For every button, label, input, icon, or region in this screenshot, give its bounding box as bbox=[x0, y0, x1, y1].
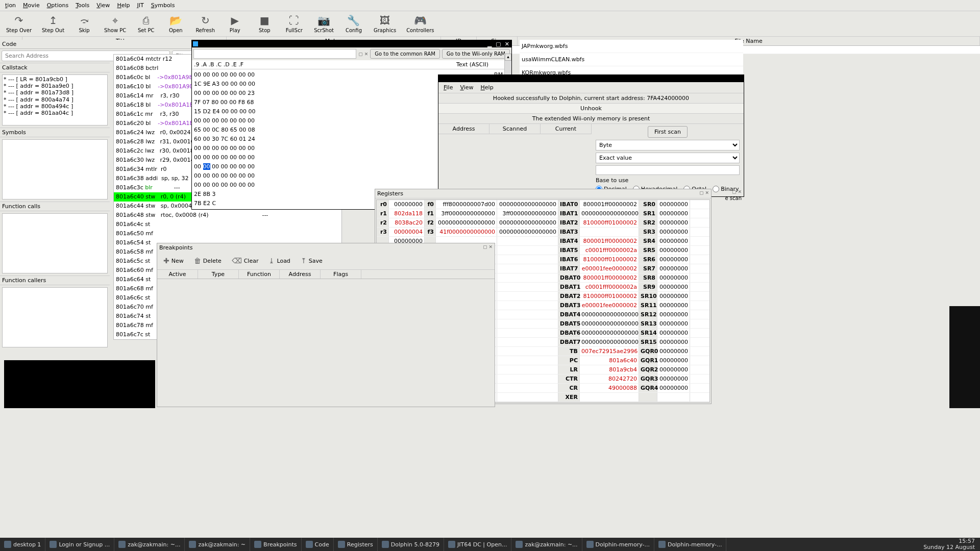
show pc-icon: ⌖ bbox=[112, 14, 118, 27]
bp-col-flags[interactable]: Flags bbox=[321, 270, 361, 279]
taskbar-item[interactable]: Dolphin 5.0-8279 bbox=[378, 538, 444, 551]
callstack-item[interactable]: * --- [ addr = 801aa04c ] bbox=[4, 110, 106, 116]
taskbar-item[interactable]: zak@zakmain: ~... bbox=[511, 538, 582, 551]
menu-tion[interactable]: tion bbox=[2, 1, 19, 10]
menu-jit[interactable]: JIT bbox=[134, 1, 146, 10]
breakpoints-header: ActiveTypeFunctionAddressFlags bbox=[157, 269, 495, 279]
callstack-item[interactable]: * --- [ addr = 801a73d8 ] bbox=[4, 89, 106, 96]
datatype-select[interactable]: Byte bbox=[596, 140, 740, 151]
delete-icon: 🗑 bbox=[194, 257, 201, 265]
taskbar-item[interactable]: Dolphin-memory-... bbox=[582, 538, 654, 551]
taskbar-app-icon bbox=[189, 541, 196, 548]
scanner-titlebar[interactable] bbox=[438, 75, 744, 82]
controllers-button[interactable]: 🎮Controllers bbox=[401, 12, 439, 35]
bp-load-button[interactable]: ⤓Load bbox=[265, 255, 293, 266]
stop-icon: ■ bbox=[260, 14, 270, 27]
register-row[interactable]: r300000004f341f0000000000000000000000000… bbox=[377, 228, 709, 237]
register-row[interactable]: r1802da118f13ff00000000000003ff000000000… bbox=[377, 209, 709, 218]
config-button[interactable]: 🔧Config bbox=[339, 12, 369, 35]
goto-wii-ram-button[interactable]: Go to the Wii-only RAM bbox=[442, 49, 510, 59]
window-buttons[interactable]: ▢ ✕ bbox=[483, 244, 493, 249]
taskbar-app-icon bbox=[516, 541, 523, 548]
col-scanned[interactable]: Scanned bbox=[489, 124, 541, 134]
bp-col-type[interactable]: Type bbox=[198, 270, 239, 279]
taskbar-item[interactable]: Login or Signup ... bbox=[45, 538, 114, 551]
col-address[interactable]: Address bbox=[438, 124, 489, 134]
file-list: JAPmkworg.wbfsusaWiimmCLEAN.wbfsKORmkwor… bbox=[520, 40, 743, 80]
menu-options[interactable]: Options bbox=[44, 1, 71, 10]
disasm-row[interactable]: 801a6c4c st bbox=[114, 220, 341, 229]
unhook-button[interactable]: Unhook bbox=[438, 104, 744, 114]
menu-tools[interactable]: Tools bbox=[72, 1, 92, 10]
window-controls[interactable]: ▁ ▢ ✕ bbox=[487, 41, 510, 47]
disasm-row[interactable]: 801a6c50 mf bbox=[114, 229, 341, 238]
taskbar-item[interactable]: Code bbox=[302, 538, 334, 551]
bp-clear-button[interactable]: ⌫Clear bbox=[229, 255, 262, 266]
callstack-item[interactable]: * --- [ addr = 801aa9e0 ] bbox=[4, 83, 106, 89]
symbols-box[interactable] bbox=[2, 139, 108, 199]
function-calls-box[interactable] bbox=[2, 213, 108, 273]
register-row[interactable]: r000000000f0fff8000000007d00000000000000… bbox=[377, 200, 709, 209]
scroll-up-icon[interactable]: ▴ bbox=[505, 54, 511, 61]
stop-button[interactable]: ■Stop bbox=[250, 12, 279, 35]
config-icon: 🔧 bbox=[347, 14, 360, 27]
dropdown-icon[interactable]: ▢ ✕ bbox=[358, 52, 368, 57]
memory-search-input[interactable] bbox=[193, 49, 356, 59]
show-pc-button[interactable]: ⌖Show PC bbox=[99, 12, 131, 35]
bp-save-button[interactable]: ⤒Save bbox=[298, 255, 326, 266]
menu-movie[interactable]: Movie bbox=[20, 1, 43, 10]
taskbar-clock[interactable]: 15:57 Sunday 12 August bbox=[918, 538, 980, 550]
scanner-menu-view[interactable]: View bbox=[457, 83, 476, 92]
taskbar-item[interactable]: Breakpoints bbox=[250, 538, 302, 551]
menu-help[interactable]: Help bbox=[114, 1, 133, 10]
scrshot-button[interactable]: 📷ScrShot bbox=[309, 12, 339, 35]
taskbar: desktop 1Login or Signup ...zak@zakmain:… bbox=[0, 538, 980, 551]
bp-col-function[interactable]: Function bbox=[239, 270, 280, 279]
window-buttons[interactable]: ▢ ✕ bbox=[699, 190, 709, 195]
menu-view[interactable]: View bbox=[93, 1, 113, 10]
file-row[interactable]: usaWiimmCLEAN.wbfs bbox=[520, 53, 743, 66]
bp-new-button[interactable]: ✚New bbox=[160, 255, 187, 266]
first-scan-button[interactable]: First scan bbox=[648, 126, 688, 138]
taskbar-item[interactable]: Dolphin-memory-... bbox=[654, 538, 726, 551]
bp-col-active[interactable]: Active bbox=[157, 270, 198, 279]
play-button[interactable]: ▶Play bbox=[220, 12, 250, 35]
disasm-row[interactable]: 801a6c48 stw rtoc, 0x0008 (r4) --- bbox=[114, 211, 341, 220]
scanner-menu-help[interactable]: Help bbox=[478, 83, 497, 92]
skip-button[interactable]: ⤼Skip bbox=[69, 12, 99, 35]
function-callers-box[interactable] bbox=[2, 287, 108, 347]
comparison-select[interactable]: Exact value bbox=[596, 153, 740, 163]
callstack-item[interactable]: * --- [ addr = 800a4a74 ] bbox=[4, 96, 106, 103]
breakpoints-list[interactable] bbox=[157, 279, 495, 407]
open-button[interactable]: 📂Open bbox=[161, 12, 190, 35]
menu-symbols[interactable]: Symbols bbox=[148, 1, 178, 10]
taskbar-item[interactable]: JIT64 DC | Open... bbox=[444, 538, 511, 551]
symbols-label: Symbols bbox=[0, 128, 110, 137]
fullscr-button[interactable]: ⛶FullScr bbox=[279, 12, 309, 35]
taskbar-app-icon bbox=[50, 541, 57, 548]
scrshot-icon: 📷 bbox=[317, 14, 330, 27]
bp-delete-button[interactable]: 🗑Delete bbox=[191, 255, 225, 266]
taskbar-item[interactable]: zak@zakmain: ~ bbox=[185, 538, 250, 551]
refresh-button[interactable]: ↻Refresh bbox=[190, 12, 220, 35]
taskbar-item[interactable]: Registers bbox=[334, 538, 378, 551]
register-row[interactable]: r28038ac20f20000000000000000000000000000… bbox=[377, 218, 709, 228]
scanner-window-btns[interactable]: ▢ ✕ bbox=[732, 189, 742, 194]
graphics-button[interactable]: 🖼Graphics bbox=[369, 12, 401, 35]
step-out-button[interactable]: ↥Step Out bbox=[37, 12, 69, 35]
set-pc-button[interactable]: ⎙Set PC bbox=[131, 12, 161, 35]
step-over-button[interactable]: ↷Step Over bbox=[1, 12, 37, 35]
scanner-menu-file[interactable]: File bbox=[440, 83, 456, 92]
callstack-item[interactable]: * --- [ addr = 800a494c ] bbox=[4, 103, 106, 110]
taskbar-item[interactable]: zak@zakmain: ~... bbox=[114, 538, 185, 551]
goto-common-ram-button[interactable]: Go to the common RAM bbox=[370, 49, 440, 59]
memory-panel-titlebar[interactable]: ▁ ▢ ✕ bbox=[192, 40, 511, 47]
scan-value-input[interactable] bbox=[596, 165, 740, 175]
callstack-label: Callstack bbox=[0, 63, 110, 72]
bp-col-address[interactable]: Address bbox=[280, 270, 321, 279]
col-current[interactable]: Current bbox=[541, 124, 592, 134]
taskbar-item[interactable]: desktop 1 bbox=[0, 538, 45, 551]
file-row[interactable]: JAPmkworg.wbfs bbox=[520, 40, 743, 53]
callstack-list[interactable]: * --- [ LR = 801a9cb0 ]* --- [ addr = 80… bbox=[2, 74, 108, 126]
callstack-item[interactable]: * --- [ LR = 801a9cb0 ] bbox=[4, 76, 106, 83]
